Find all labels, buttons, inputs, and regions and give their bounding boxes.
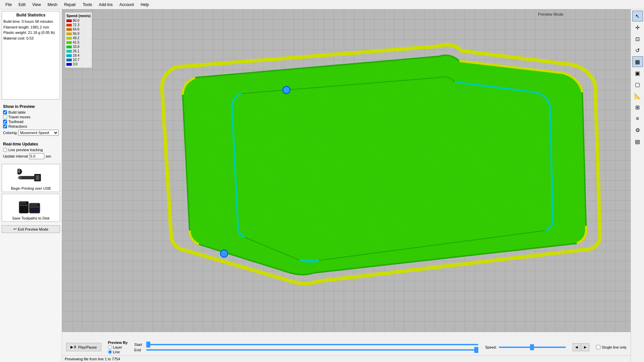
svg-rect-12 bbox=[20, 205, 28, 206]
viewport-canvas[interactable]: Preview Mode Speed (mm/s) 80.0 72.3 64.6 bbox=[62, 9, 631, 332]
single-line-label: Single line only bbox=[602, 345, 627, 349]
legend-color-10 bbox=[66, 63, 72, 66]
live-preview-tracking-checkbox[interactable] bbox=[3, 148, 7, 152]
layers-button[interactable]: ▦ bbox=[632, 56, 643, 67]
material-cost-text: Material cost: 0.53 bbox=[3, 36, 58, 41]
menu-item-help[interactable]: Help bbox=[138, 2, 152, 8]
toolhead-checkbox[interactable] bbox=[3, 120, 7, 124]
sidebar: Build Statistics Build time: 0 hours 58 … bbox=[0, 9, 62, 362]
legend-row-10: 3.0 bbox=[66, 62, 91, 66]
start-label: Start bbox=[134, 343, 144, 347]
toolhead-row: Toolhead bbox=[3, 120, 59, 124]
menu-item-tools[interactable]: Tools bbox=[80, 2, 95, 8]
svg-rect-18 bbox=[30, 206, 39, 207]
line-radio[interactable] bbox=[108, 350, 112, 354]
single-line-checkbox[interactable] bbox=[596, 345, 600, 349]
update-interval-input[interactable] bbox=[29, 153, 44, 159]
legend-color-9 bbox=[66, 59, 72, 61]
svg-rect-3 bbox=[18, 177, 21, 179]
slice-button[interactable]: ≡ bbox=[632, 113, 643, 124]
wireframe-button[interactable]: ▢ bbox=[632, 79, 643, 90]
nav-arrows: ◀ ▶ bbox=[573, 343, 589, 351]
build-table-checkbox[interactable] bbox=[3, 110, 7, 114]
menu-item-file[interactable]: File bbox=[3, 2, 14, 8]
legend-row-3: 56.9 bbox=[66, 32, 91, 36]
svg-rect-17 bbox=[36, 203, 38, 206]
zoom-fit-button[interactable]: ⊡ bbox=[632, 34, 643, 44]
usb-icon bbox=[17, 167, 44, 185]
section-button[interactable]: ⊞ bbox=[632, 102, 643, 113]
build-stats-empty bbox=[3, 41, 58, 98]
menu-item-repair[interactable]: Repair bbox=[61, 2, 78, 8]
legend-color-7 bbox=[66, 50, 72, 53]
move-tool-button[interactable]: ✛ bbox=[632, 22, 643, 33]
menu-item-addins[interactable]: Add-Ins bbox=[96, 2, 115, 8]
travel-moves-checkbox[interactable] bbox=[3, 115, 7, 119]
legend-row-8: 18.4 bbox=[66, 53, 91, 58]
svg-rect-15 bbox=[32, 203, 34, 206]
next-arrow[interactable]: ▶ bbox=[581, 343, 589, 351]
update-interval-row: Update interval sec bbox=[3, 153, 59, 159]
cursor-tool-button[interactable]: ↖ bbox=[632, 11, 643, 21]
menubar: File Edit View Mesh Repair Tools Add-Ins… bbox=[0, 0, 644, 9]
update-interval-label: Update interval bbox=[3, 154, 28, 158]
usb-image bbox=[16, 166, 46, 186]
layer-radio-label: Layer bbox=[113, 345, 122, 349]
legend-row-2: 64.6 bbox=[66, 27, 91, 32]
begin-printing-usb-button[interactable]: Begin Printing over USB bbox=[2, 164, 60, 192]
svg-rect-9 bbox=[21, 201, 23, 204]
legend-value-2: 64.6 bbox=[73, 27, 79, 32]
end-slider[interactable] bbox=[146, 349, 478, 351]
svg-point-21 bbox=[220, 250, 228, 257]
start-slider-row: Start bbox=[134, 343, 478, 347]
menu-item-edit[interactable]: Edit bbox=[16, 2, 28, 8]
start-slider[interactable] bbox=[146, 344, 478, 345]
build-stats-title: Build Statistics bbox=[3, 13, 58, 17]
svg-rect-2 bbox=[36, 175, 39, 180]
layer-radio[interactable] bbox=[108, 345, 112, 349]
legend-row-7: 26.1 bbox=[66, 49, 91, 53]
speed-legend-title: Speed (mm/s) bbox=[66, 14, 91, 18]
travel-moves-row: Travel moves bbox=[3, 115, 59, 119]
coloring-row: Coloring Movement Speed Extrusion Width … bbox=[3, 130, 59, 136]
legend-value-7: 26.1 bbox=[73, 49, 79, 53]
menu-item-account[interactable]: Account bbox=[117, 2, 137, 8]
settings-button[interactable]: ⚙ bbox=[632, 125, 643, 135]
realtime-updates-section: Real-time Updates Live preview tracking … bbox=[2, 140, 60, 161]
legend-value-8: 18.4 bbox=[73, 53, 79, 58]
legend-row-5: 41.5 bbox=[66, 40, 91, 45]
retractions-label: Retractions bbox=[8, 124, 27, 128]
status-bar: Previewing file from line 1 to 7754 bbox=[62, 355, 631, 362]
exit-preview-button[interactable]: ↩ Exit Preview Mode bbox=[2, 225, 60, 233]
coloring-select[interactable]: Movement Speed Extrusion Width Layer Hei… bbox=[18, 130, 59, 136]
legend-row-4: 49.2 bbox=[66, 36, 91, 40]
ruler-button[interactable]: 📐 bbox=[632, 90, 643, 101]
save-toolpaths-button[interactable]: Save Toolpaths to Disk bbox=[2, 194, 60, 222]
main-layout: Build Statistics Build time: 0 hours 58 … bbox=[0, 9, 644, 362]
legend-row-9: 10.7 bbox=[66, 58, 91, 62]
prev-arrow[interactable]: ◀ bbox=[573, 343, 581, 351]
panel-button[interactable]: ▤ bbox=[632, 136, 643, 147]
speed-slider[interactable] bbox=[499, 347, 566, 348]
solid-view-button[interactable]: ▣ bbox=[632, 68, 643, 78]
rotate-button[interactable]: ↺ bbox=[632, 45, 643, 56]
play-pause-label: Play/Pause bbox=[78, 345, 97, 349]
legend-color-8 bbox=[66, 54, 72, 57]
svg-rect-8 bbox=[20, 201, 21, 204]
viewport-area: Preview Mode Speed (mm/s) 80.0 72.3 64.6 bbox=[62, 9, 631, 362]
build-stats-content: Build time: 0 hours 58 minutes Filament … bbox=[3, 19, 58, 41]
play-pause-button[interactable]: ▶⏸ Play/Pause bbox=[66, 343, 101, 351]
speed-section: Speed: bbox=[485, 345, 566, 349]
legend-value-0: 80.0 bbox=[73, 18, 79, 23]
status-text: Previewing file from line 1 to 7754 bbox=[65, 357, 120, 361]
menu-item-mesh[interactable]: Mesh bbox=[45, 2, 60, 8]
sd-btn-label: Save Toolpaths to Disk bbox=[12, 216, 50, 220]
legend-value-1: 72.3 bbox=[73, 23, 79, 27]
svg-rect-16 bbox=[34, 203, 36, 206]
legend-row-1: 72.3 bbox=[66, 23, 91, 27]
build-table-label: Build table bbox=[8, 110, 25, 114]
menu-item-view[interactable]: View bbox=[30, 2, 44, 8]
retractions-checkbox[interactable] bbox=[3, 124, 7, 128]
svg-point-20 bbox=[283, 86, 290, 94]
preview-by-title: Preview By bbox=[108, 341, 128, 345]
